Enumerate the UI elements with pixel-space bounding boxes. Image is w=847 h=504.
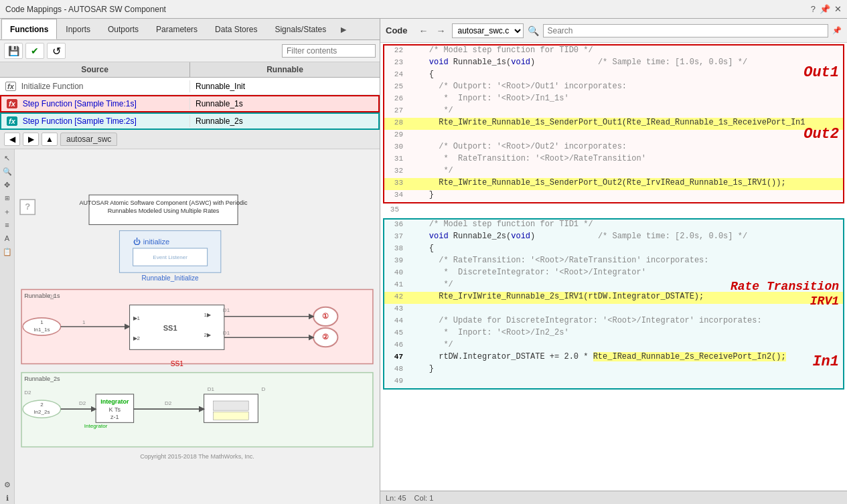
kts-label: K Ts bbox=[109, 406, 121, 413]
zoom-icon[interactable]: 🔍 bbox=[1, 165, 13, 177]
code-line-48: 48 } bbox=[384, 364, 843, 376]
save-button[interactable]: 💾 bbox=[4, 43, 23, 59]
left-panel: Functions Inports Outports Parameters Da… bbox=[0, 19, 380, 504]
fx-icon-2s: fx bbox=[7, 116, 17, 126]
tab-inports[interactable]: Inports bbox=[57, 19, 99, 39]
row-source-init: fx Initialize Function bbox=[0, 80, 190, 92]
code-file-select[interactable]: autosar_swc.c bbox=[452, 23, 524, 38]
tab-signals[interactable]: Signals/States bbox=[266, 19, 335, 39]
pan-icon[interactable]: ✥ bbox=[1, 179, 13, 191]
code-header: Code ← → autosar_swc.c 🔍 📌 bbox=[380, 19, 847, 43]
diagram-tab[interactable]: autosar_swc bbox=[60, 133, 117, 146]
close-icon[interactable]: ✕ bbox=[834, 4, 842, 14]
table-row-1s[interactable]: fx Step Function [Sample Time:1s] Runnab… bbox=[0, 95, 380, 112]
settings-icon[interactable]: ⚙ bbox=[1, 479, 13, 491]
code-line-23: 23 void Runnable_1s(void) /* Sample time… bbox=[384, 58, 843, 70]
back-button[interactable]: ◀ bbox=[4, 133, 20, 146]
d1-label-1: D1 bbox=[48, 293, 56, 299]
event-listener-text: Event Listener bbox=[153, 254, 187, 260]
panel-pin-icon[interactable]: 📌 bbox=[832, 26, 842, 35]
status-col: Col: 1 bbox=[414, 494, 434, 502]
side-icons-panel: ↖ 🔍 ✥ ⊞ ＋ ≡ A 📋 ⚙ ℹ bbox=[0, 149, 15, 504]
property-icon[interactable]: 📋 bbox=[1, 246, 13, 258]
line-content-33: Rte_IWrite_Runnable_1s_SenderPort_Out2(R… bbox=[408, 178, 843, 187]
code-line-32: 32 */ bbox=[384, 166, 843, 178]
code-line-28: 28 Rte_IWrite_Runnable_1s_SenderPort_Out… bbox=[384, 118, 843, 130]
info-icon[interactable]: ℹ bbox=[1, 492, 13, 504]
line-content-38: { bbox=[408, 244, 843, 253]
line-content-46: */ bbox=[408, 340, 843, 349]
code-search-box[interactable] bbox=[543, 24, 829, 37]
line-content-44: /* Update for DiscreteIntegrator: '<Root… bbox=[408, 316, 843, 325]
d2-arrow-label: D2 bbox=[79, 400, 86, 406]
code-line-22: 22 /* Model step function for TID0 */ bbox=[384, 46, 843, 58]
pin-icon[interactable]: 📌 bbox=[820, 4, 830, 14]
line-num-42: 42 bbox=[384, 292, 408, 301]
table-row[interactable]: fx Initialize Function Runnable_Init bbox=[0, 78, 380, 95]
tab-datastores[interactable]: Data Stores bbox=[206, 19, 266, 39]
line-content-30: /* Outport: '<Root>/Out2' incorporates: bbox=[408, 142, 843, 151]
in1-1s-label: In1_1s bbox=[33, 327, 50, 333]
line-content-23: void Runnable_1s(void) /* Sample time: [… bbox=[408, 58, 843, 67]
d2-arrow2-label: D2 bbox=[165, 400, 172, 406]
line-num-41: 41 bbox=[384, 280, 408, 288]
copyright: Copyright 2015-2018 The MathWorks, Inc. bbox=[140, 453, 254, 460]
line-content-32: */ bbox=[408, 166, 843, 175]
line-content-40: * DiscreteIntegrator: '<Root>/Integrator… bbox=[408, 268, 843, 277]
init-power-icon: ⏻ bbox=[133, 238, 141, 246]
code-line-30: 30 /* Outport: '<Root>/Out2' incorporate… bbox=[384, 142, 843, 154]
line-content-49 bbox=[408, 376, 843, 386]
col-source: Source bbox=[0, 62, 190, 77]
line-num-26: 26 bbox=[384, 94, 408, 102]
refresh-button[interactable]: ↺ bbox=[47, 43, 66, 59]
d1-label-2: 1 bbox=[82, 319, 86, 325]
runnable2s-label: Runnable_2s bbox=[24, 375, 60, 382]
display-d1: D1 bbox=[208, 386, 215, 392]
code-line-40: 40 * DiscreteIntegrator: '<Root>/Integra… bbox=[384, 268, 843, 280]
line-num-33: 33 bbox=[384, 179, 408, 187]
line-num-47: 47 bbox=[384, 353, 408, 361]
code-back-button[interactable]: ← bbox=[417, 24, 431, 37]
ss1-port2: ▶2 bbox=[133, 335, 141, 341]
line-content-48: } bbox=[408, 364, 843, 373]
fx-icon-1s: fx bbox=[7, 99, 17, 108]
table-body: fx Initialize Function Runnable_Init fx … bbox=[0, 78, 380, 130]
zoom-in-icon[interactable]: ＋ bbox=[1, 205, 13, 218]
line-content-39: /* RateTransition: '<Root>/RateTransitio… bbox=[408, 256, 843, 265]
d1-out1: D1 bbox=[223, 307, 230, 313]
line-content-42: Rte_IrvIWrite_Runnable_2s_IRV1(rtDW.Inte… bbox=[408, 292, 843, 301]
tabs-bar: Functions Inports Outports Parameters Da… bbox=[0, 19, 380, 40]
layout-icon[interactable]: ≡ bbox=[1, 219, 13, 231]
status-ln: Ln: 45 bbox=[386, 494, 406, 502]
forward-button[interactable]: ▶ bbox=[23, 133, 39, 146]
line-num-38: 38 bbox=[384, 244, 408, 252]
text-icon[interactable]: A bbox=[1, 232, 13, 244]
help-icon[interactable]: ? bbox=[811, 4, 816, 14]
up-button[interactable]: ▲ bbox=[42, 133, 58, 146]
code-forward-button[interactable]: → bbox=[435, 24, 448, 37]
fitview-icon[interactable]: ⊞ bbox=[1, 192, 13, 204]
tab-outports[interactable]: Outports bbox=[99, 19, 147, 39]
tab-parameters[interactable]: Parameters bbox=[147, 19, 206, 39]
runnable-init-label: Runnable_Initialize bbox=[142, 274, 200, 282]
filter-input[interactable] bbox=[282, 44, 376, 58]
code-line-36: 36 /* Model step function for TID1 */ bbox=[384, 220, 843, 232]
line-num-28: 28 bbox=[384, 118, 408, 127]
display-inner bbox=[214, 401, 248, 410]
code-line-38: 38 { bbox=[384, 244, 843, 256]
ss1-port1: ▶1 bbox=[133, 315, 141, 321]
tab-functions[interactable]: Functions bbox=[1, 19, 57, 39]
ss1-label: SS1 bbox=[163, 324, 177, 332]
line-num-36: 36 bbox=[384, 220, 408, 228]
select-icon[interactable]: ↖ bbox=[1, 152, 13, 164]
line-num-27: 27 bbox=[384, 106, 408, 114]
out2-label: ② bbox=[322, 333, 329, 341]
tab-more[interactable]: ► bbox=[335, 21, 352, 37]
init-label: initialize bbox=[143, 238, 169, 246]
line-num-35: 35 bbox=[380, 205, 404, 214]
validate-button[interactable]: ✔ bbox=[25, 43, 44, 59]
code-line-42: 42 Rte_IrvIWrite_Runnable_2s_IRV1(rtDW.I… bbox=[384, 292, 843, 304]
code-search-input[interactable] bbox=[548, 26, 824, 35]
table-row-2s[interactable]: fx Step Function [Sample Time:2s] Runnab… bbox=[0, 112, 380, 130]
main-layout: Functions Inports Outports Parameters Da… bbox=[0, 19, 847, 504]
